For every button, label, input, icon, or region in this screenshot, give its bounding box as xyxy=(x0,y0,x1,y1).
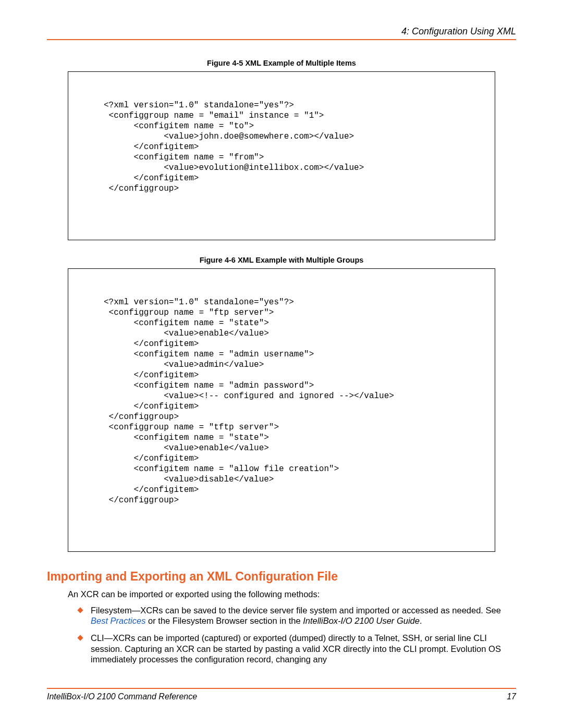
page-header: 4: Configuration Using XML xyxy=(47,26,516,40)
page-footer: IntelliBox-I/O 2100 Command Reference 17 xyxy=(47,688,516,701)
figure-6-code-box: <?xml version="1.0" standalone="yes"?> <… xyxy=(68,268,495,552)
list-item: CLI—XCRs can be imported (captured) or e… xyxy=(78,633,516,665)
figure-5-code-box: <?xml version="1.0" standalone="yes"?> <… xyxy=(68,71,495,240)
figure-5-code: <?xml version="1.0" standalone="yes"?> <… xyxy=(72,100,491,194)
section-heading: Importing and Exporting an XML Configura… xyxy=(47,570,516,584)
document-page: 4: Configuration Using XML Figure 4-5 XM… xyxy=(0,0,563,722)
bullet1-text-b: or the Filesystem Browser section in the xyxy=(145,616,303,625)
figure-6-code: <?xml version="1.0" standalone="yes"?> <… xyxy=(72,297,491,505)
best-practices-link[interactable]: Best Practices xyxy=(91,616,145,625)
methods-list: Filesystem—XCRs can be saved to the devi… xyxy=(78,605,516,665)
figure-5-caption: Figure 4-5 XML Example of Multiple Items xyxy=(47,59,516,67)
bullet1-em: IntelliBox-I/O 2100 User Guide xyxy=(303,616,420,625)
footer-page-number: 17 xyxy=(507,692,516,701)
footer-doc-title: IntelliBox-I/O 2100 Command Reference xyxy=(47,692,197,701)
bullet2-text: CLI—XCRs can be imported (captured) or e… xyxy=(91,633,501,664)
bullet1-text-c: . xyxy=(420,616,422,625)
list-item: Filesystem—XCRs can be saved to the devi… xyxy=(78,605,516,626)
chapter-title: 4: Configuration Using XML xyxy=(47,26,516,37)
figure-6-caption: Figure 4-6 XML Example with Multiple Gro… xyxy=(47,256,516,264)
intro-paragraph: An XCR can be imported or exported using… xyxy=(68,589,516,600)
bullet1-text-a: Filesystem—XCRs can be saved to the devi… xyxy=(91,606,501,615)
